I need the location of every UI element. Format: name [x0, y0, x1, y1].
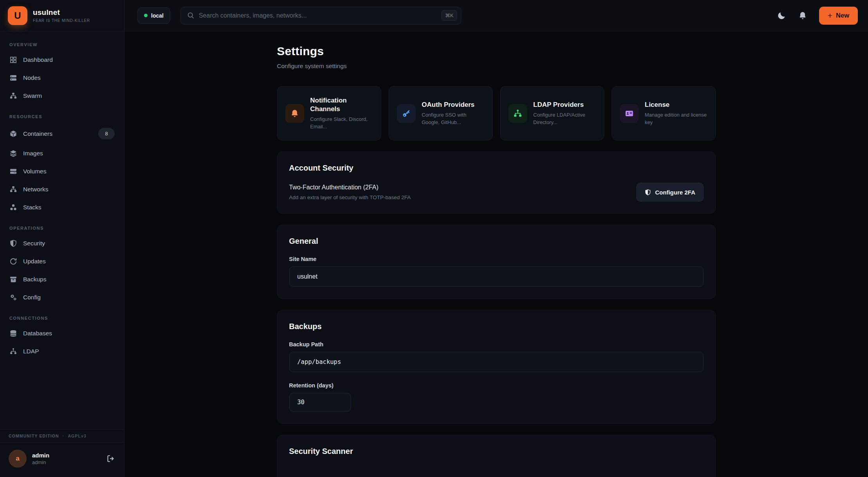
sidebar-item-label: Security: [23, 240, 115, 247]
sidebar-item-images[interactable]: Images: [0, 144, 124, 162]
environment-badge[interactable]: local: [137, 7, 170, 24]
card-title: Notification Channels: [310, 96, 373, 113]
sidebar-item-dashboard[interactable]: Dashboard: [0, 51, 124, 69]
search-input[interactable]: [199, 12, 437, 19]
server-icon: [9, 74, 17, 82]
configure-2fa-button[interactable]: Configure 2FA: [636, 183, 704, 202]
sidebar-nav: OVERVIEW Dashboard Nodes Swarm RESOURCES…: [0, 31, 124, 429]
sidebar-item-label: Updates: [23, 258, 115, 265]
hierarchy-icon: [9, 185, 17, 193]
retention-label: Retention (days): [289, 382, 704, 389]
card-description: Configure Slack, Discord, Email...: [310, 116, 373, 131]
section-title: Security Scanner: [289, 447, 704, 456]
topbar: local ⌘K + New: [124, 0, 868, 31]
sidebar-item-config[interactable]: Config: [0, 288, 124, 306]
sidebar-item-swarm[interactable]: Swarm: [0, 87, 124, 105]
key-icon: [402, 109, 411, 118]
2fa-row-description: Add an extra layer of security with TOTP…: [289, 194, 636, 200]
brand-initial: U: [14, 10, 21, 21]
notification-tile: [285, 104, 304, 123]
brand-tagline: FEAR IS THE MIND-KILLER: [33, 18, 90, 23]
notifications-bell-icon[interactable]: [798, 11, 807, 20]
ldap-icon: [9, 347, 17, 355]
quick-cards-grid: Notification Channels Configure Slack, D…: [277, 86, 716, 140]
sidebar-item-label: Config: [23, 294, 115, 301]
brand-name: usulnet: [33, 8, 90, 17]
sidebar-item-updates[interactable]: Updates: [0, 252, 124, 270]
cube-icon: [9, 130, 17, 138]
sidebar-item-label: Backups: [23, 276, 115, 283]
drive-icon: [9, 167, 17, 175]
retention-field[interactable]: [289, 393, 351, 412]
bell-icon: [290, 109, 299, 118]
card-description: Configure LDAP/Active Directory...: [533, 112, 596, 126]
user-role: admin: [32, 459, 101, 465]
sidebar-item-volumes[interactable]: Volumes: [0, 162, 124, 180]
sidebar-item-databases[interactable]: Databases: [0, 324, 124, 342]
card-oauth-providers[interactable]: OAuth Providers Configure SSO with Googl…: [389, 86, 493, 140]
2fa-row-title: Two-Factor Authentication (2FA): [289, 184, 636, 191]
card-license[interactable]: License Manage edition and license key: [612, 86, 716, 140]
card-title: OAuth Providers: [422, 101, 484, 109]
card-description: Configure SSO with Google, GitHub...: [422, 112, 484, 126]
user-name: admin: [32, 452, 101, 459]
refresh-icon: [9, 257, 17, 265]
sidebar-item-ldap[interactable]: LDAP: [0, 342, 124, 360]
avatar: a: [9, 450, 27, 468]
sidebar-item-label: Images: [23, 150, 115, 157]
card-title: LDAP Providers: [533, 101, 596, 109]
sidebar-item-networks[interactable]: Networks: [0, 180, 124, 198]
sidebar-item-label: Databases: [23, 330, 115, 337]
oauth-tile: [397, 104, 416, 123]
hierarchy-icon: [9, 92, 17, 100]
main-content: Settings Configure system settings Notif…: [124, 31, 868, 477]
new-button[interactable]: + New: [819, 7, 858, 25]
environment-label: local: [151, 13, 164, 19]
section-title: Account Security: [289, 164, 704, 173]
shield-icon: [645, 189, 651, 196]
edition-separator: ·: [63, 434, 65, 438]
sidebar-item-label: Swarm: [23, 92, 115, 99]
logout-icon[interactable]: [106, 454, 115, 463]
page-subtitle: Configure system settings: [277, 63, 716, 70]
shield-icon: [9, 239, 17, 247]
layers-icon: [9, 149, 17, 157]
ldap-tile: [508, 104, 527, 123]
card-ldap-providers[interactable]: LDAP Providers Configure LDAP/Active Dir…: [500, 86, 604, 140]
nav-section-label: RESOURCES: [0, 114, 124, 119]
search-box: ⌘K: [180, 7, 461, 25]
sidebar-item-containers[interactable]: Containers 8: [0, 123, 124, 144]
user-row[interactable]: a admin admin: [0, 443, 124, 477]
sidebar-item-label: Networks: [23, 186, 115, 193]
site-name-field[interactable]: [289, 266, 704, 287]
shortcut-badge: ⌘K: [441, 10, 457, 21]
brand[interactable]: U usulnet FEAR IS THE MIND-KILLER: [0, 0, 124, 31]
sidebar: U usulnet FEAR IS THE MIND-KILLER OVERVI…: [0, 0, 124, 477]
sidebar-item-label: Dashboard: [23, 56, 115, 63]
section-general: General Site Name: [277, 225, 716, 299]
sidebar-item-nodes[interactable]: Nodes: [0, 69, 124, 87]
id-card-icon: [625, 109, 634, 118]
edition-bar: COMMUNITY EDITION · AGPLv3: [0, 429, 124, 443]
boxes-icon: [9, 203, 17, 211]
sidebar-item-security[interactable]: Security: [0, 234, 124, 252]
archive-icon: [9, 275, 17, 283]
sidebar-item-label: Nodes: [23, 74, 115, 81]
nav-section-label: CONNECTIONS: [0, 316, 124, 320]
sidebar-item-stacks[interactable]: Stacks: [0, 198, 124, 216]
grid-icon: [9, 56, 17, 64]
card-notification-channels[interactable]: Notification Channels Configure Slack, D…: [277, 86, 381, 140]
page-title: Settings: [277, 45, 716, 58]
section-title: Backups: [289, 322, 704, 331]
nav-section-label: OPERATIONS: [0, 226, 124, 230]
new-button-label: New: [836, 12, 849, 19]
containers-count-badge: 8: [98, 128, 115, 139]
section-security-scanner: Security Scanner: [277, 435, 716, 477]
theme-toggle-moon-icon[interactable]: [777, 11, 786, 20]
sidebar-item-label: Volumes: [23, 168, 115, 175]
backup-path-field[interactable]: [289, 352, 704, 372]
sidebar-item-label: LDAP: [23, 348, 115, 355]
section-title: General: [289, 237, 704, 246]
sidebar-item-backups[interactable]: Backups: [0, 270, 124, 288]
configure-2fa-label: Configure 2FA: [655, 189, 695, 196]
